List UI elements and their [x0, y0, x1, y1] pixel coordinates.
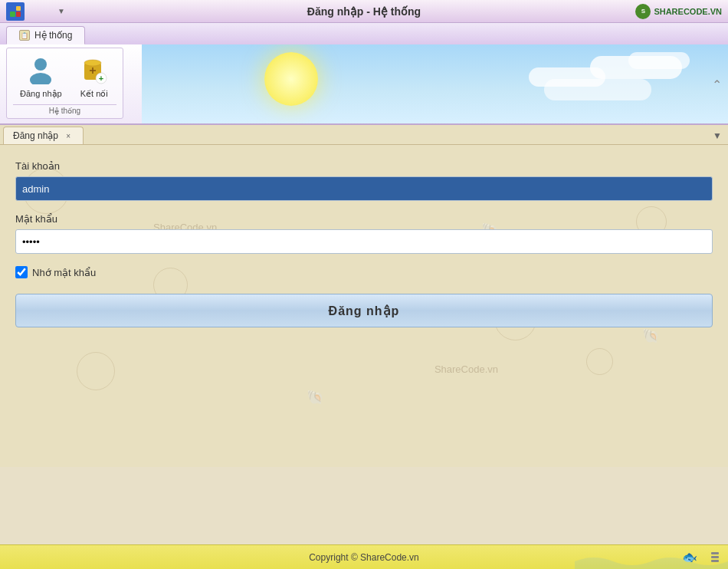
- sharecode-branding: S SHARECODE.VN: [635, 4, 722, 19]
- footer-dots: [708, 549, 722, 565]
- sharecode-label: SHARECODE.VN: [654, 7, 722, 16]
- content-tab-dang-nhap[interactable]: Đăng nhập ×: [3, 127, 84, 144]
- connect-icon: +: [79, 55, 110, 86]
- ribbon-btn-login[interactable]: Đăng nhập: [13, 51, 69, 103]
- sharecode-icon: S: [635, 4, 651, 19]
- shell-1: 🐚: [642, 327, 659, 344]
- remember-row: Nhớ mật khẩu: [15, 266, 713, 278]
- ribbon-tab-he-thong[interactable]: 📋 Hệ thống: [6, 26, 85, 44]
- quick-access-toolbar: ▼: [54, 4, 69, 19]
- ribbon-collapse-btn[interactable]: ⌃: [712, 77, 722, 91]
- login-form: Tài khoản Mật khẩu Nhớ mật khẩu Đăng nhậ…: [15, 160, 713, 327]
- svg-point-0: [34, 58, 47, 71]
- bubble-4: [586, 348, 613, 375]
- footer-bar: Copyright © ShareCode.vn 🐟: [0, 544, 728, 569]
- content-tab-strip: Đăng nhập × ▼: [0, 125, 728, 145]
- scene-background: [142, 44, 728, 123]
- ribbon-tab-label: Hệ thống: [34, 30, 72, 41]
- password-label: Mật khẩu: [15, 213, 713, 225]
- watermark-2: ShareCode.vn: [435, 363, 498, 375]
- content-tab-close[interactable]: ×: [63, 130, 74, 141]
- password-input[interactable]: [15, 229, 713, 254]
- cloud-2: [628, 52, 690, 69]
- bubble-3: [77, 352, 115, 390]
- account-label: Tài khoản: [15, 160, 713, 172]
- sun-decoration: [264, 52, 318, 106]
- remember-label: Nhớ mật khẩu: [32, 267, 96, 278]
- tab-icon: 📋: [19, 30, 30, 41]
- ribbon-buttons: Đăng nhập +: [13, 51, 116, 103]
- ribbon-group-label: Hệ thống: [13, 104, 116, 115]
- tab-dropdown-arrow[interactable]: ▼: [713, 130, 722, 141]
- cloud-4: [544, 79, 651, 100]
- remember-checkbox[interactable]: [15, 266, 28, 278]
- ribbon-btn-connect[interactable]: + Kết nối: [72, 51, 116, 103]
- wave-decoration: [575, 554, 728, 569]
- footer-copyright: Copyright © ShareCode.vn: [309, 552, 419, 563]
- ribbon: 📋 Hệ thống: [0, 23, 728, 125]
- svg-point-1: [30, 73, 51, 84]
- ribbon-content: Đăng nhập +: [0, 44, 728, 123]
- ribbon-group-he-thong: Đăng nhập +: [6, 48, 123, 119]
- login-icon: [25, 55, 56, 86]
- title-bar: ▼ Đăng nhập - Hệ thống S SHARECODE.VN: [0, 0, 728, 23]
- quick-access-btn[interactable]: ▼: [54, 4, 69, 19]
- ribbon-btn-login-label: Đăng nhập: [20, 89, 62, 99]
- login-area: 🐚 🐚 🐚 ShareCode.vn ShareCode.vn Tài khoả…: [0, 145, 728, 467]
- window-title: Đăng nhập - Hệ thống: [307, 5, 421, 18]
- ribbon-tab-bar: 📋 Hệ thống: [0, 23, 728, 44]
- content-tab-label: Đăng nhập: [13, 130, 58, 141]
- shell-2: 🐚: [307, 389, 323, 406]
- account-input[interactable]: [15, 176, 713, 201]
- svg-text:+: +: [99, 74, 103, 83]
- login-button[interactable]: Đăng nhập: [15, 294, 713, 327]
- app-logo: [6, 2, 25, 21]
- ribbon-btn-connect-label: Kết nối: [80, 89, 108, 99]
